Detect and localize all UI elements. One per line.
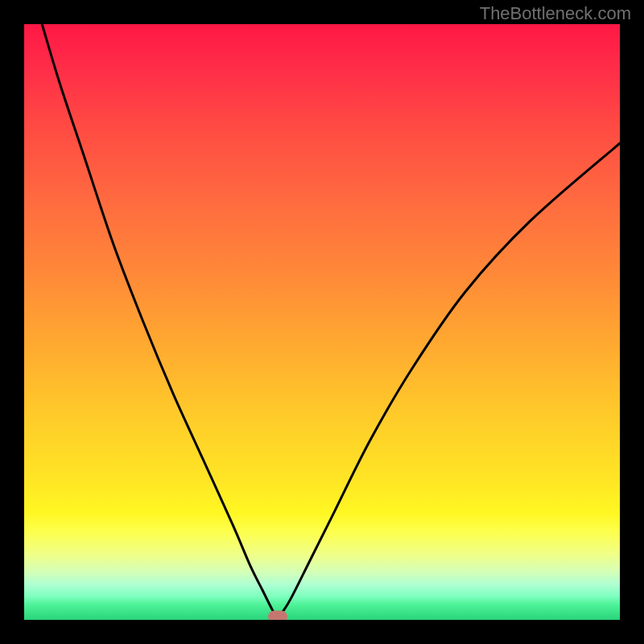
watermark-text: TheBottleneck.com: [480, 3, 631, 24]
chart-container: TheBottleneck.com: [0, 0, 644, 644]
curve-layer: [24, 24, 620, 620]
optimal-marker: [268, 611, 287, 620]
plot-area: [24, 24, 620, 620]
bottleneck-curve: [42, 24, 620, 617]
